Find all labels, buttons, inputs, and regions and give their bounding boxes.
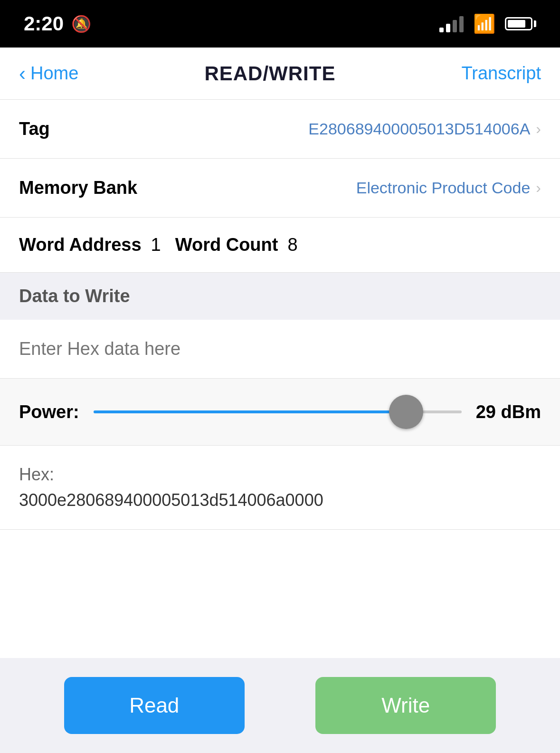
memory-bank-row[interactable]: Memory Bank Electronic Product Code › — [0, 159, 560, 218]
power-label: Power: — [19, 402, 79, 422]
transcript-button[interactable]: Transcript — [461, 63, 541, 84]
battery-icon — [505, 17, 536, 30]
back-label: Home — [30, 63, 78, 84]
tag-row[interactable]: Tag E280689400005013D514006A › — [0, 100, 560, 159]
power-row: Power: 29 dBm — [0, 379, 560, 446]
memory-bank-chevron-icon: › — [536, 179, 541, 197]
page-title: READ/WRITE — [204, 62, 335, 85]
slider-track-fill — [94, 410, 407, 413]
data-to-write-label: Data to Write — [19, 286, 130, 306]
back-button[interactable]: ‹ Home — [19, 62, 78, 85]
word-count-field[interactable]: Word Count 8 — [175, 235, 298, 255]
data-to-write-section-header: Data to Write — [0, 273, 560, 320]
mute-icon: 🔕 — [71, 14, 91, 33]
word-address-value: 1 — [151, 235, 161, 255]
chevron-left-icon: ‹ — [19, 62, 26, 85]
status-right: 📶 — [439, 13, 536, 34]
write-button[interactable]: Write — [315, 677, 496, 734]
hex-input-container[interactable] — [0, 320, 560, 379]
word-fields-row: Word Address 1 Word Count 8 — [0, 218, 560, 273]
word-address-label: Word Address — [19, 235, 142, 255]
hex-output-label: Hex: — [19, 465, 541, 485]
tag-label: Tag — [19, 119, 50, 139]
nav-bar: ‹ Home READ/WRITE Transcript — [0, 48, 560, 100]
signal-bars-icon — [439, 15, 464, 32]
memory-bank-value: Electronic Product Code — [356, 179, 531, 197]
hex-data-input[interactable] — [19, 339, 541, 359]
tag-value-container[interactable]: E280689400005013D514006A › — [308, 120, 541, 138]
read-button[interactable]: Read — [64, 677, 245, 734]
hex-output-container: Hex: 3000e280689400005013d514006a0000 — [0, 446, 560, 530]
tag-value: E280689400005013D514006A — [308, 120, 530, 138]
power-slider-container[interactable] — [94, 398, 462, 426]
word-count-value: 8 — [287, 235, 297, 255]
bottom-bar: Read Write — [0, 658, 560, 753]
slider-thumb[interactable] — [389, 395, 423, 429]
memory-bank-value-container[interactable]: Electronic Product Code › — [356, 179, 541, 197]
chevron-right-icon: › — [536, 120, 541, 138]
wifi-icon: 📶 — [473, 13, 495, 34]
time-display: 2:20 — [24, 12, 64, 35]
status-time-area: 2:20 🔕 — [24, 12, 91, 35]
power-value: 29 dBm — [476, 402, 541, 422]
hex-output-value: 3000e280689400005013d514006a0000 — [19, 490, 541, 510]
word-count-label: Word Count — [175, 235, 278, 255]
status-bar: 2:20 🔕 📶 — [0, 0, 560, 48]
word-address-field[interactable]: Word Address 1 — [19, 235, 161, 255]
memory-bank-label: Memory Bank — [19, 178, 137, 198]
